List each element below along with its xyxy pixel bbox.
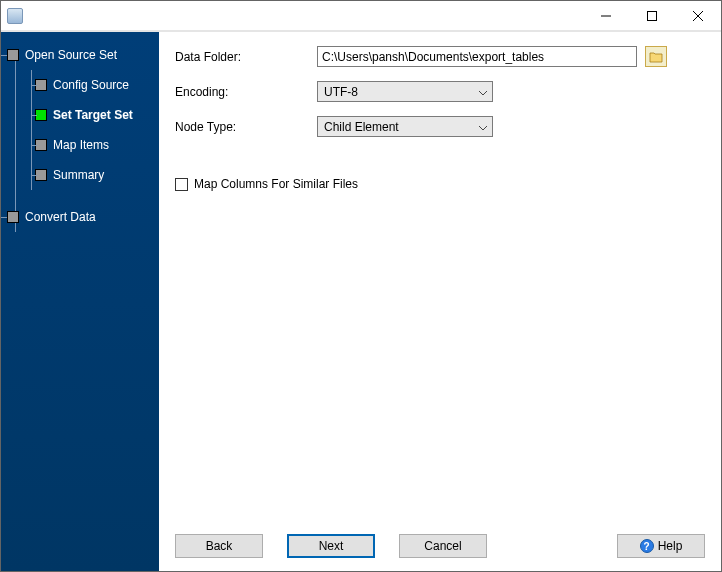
body: Open Source Set Config Source Set Target… (1, 31, 721, 571)
back-button[interactable]: Back (175, 534, 263, 558)
next-button[interactable]: Next (287, 534, 375, 558)
tree-node-label: Set Target Set (53, 108, 133, 122)
window-controls (583, 1, 721, 30)
row-node-type: Node Type: Child Element (175, 116, 705, 137)
cancel-button[interactable]: Cancel (399, 534, 487, 558)
help-button[interactable]: ? Help (617, 534, 705, 558)
app-icon (7, 8, 23, 24)
step-box-icon (7, 211, 19, 223)
map-columns-label: Map Columns For Similar Files (194, 177, 358, 191)
encoding-value: UTF-8 (324, 85, 358, 99)
tree-node-open-source-set[interactable]: Open Source Set (1, 40, 159, 70)
tree-node-label: Summary (53, 168, 104, 182)
data-folder-input[interactable] (317, 46, 637, 67)
sidebar: Open Source Set Config Source Set Target… (1, 32, 159, 571)
encoding-combo[interactable]: UTF-8 (317, 81, 493, 102)
row-map-columns: Map Columns For Similar Files (175, 177, 705, 191)
folder-icon (649, 51, 663, 63)
chevron-down-icon (478, 85, 488, 99)
main-panel: Data Folder: Encoding: UTF-8 (159, 32, 721, 571)
wizard-window: Open Source Set Config Source Set Target… (0, 0, 722, 572)
data-folder-label: Data Folder: (175, 50, 317, 64)
tree-node-map-items[interactable]: Map Items (1, 130, 159, 160)
node-type-label: Node Type: (175, 120, 317, 134)
node-type-combo[interactable]: Child Element (317, 116, 493, 137)
step-box-icon (7, 49, 19, 61)
button-bar: Back Next Cancel ? Help (175, 523, 705, 563)
close-button[interactable] (675, 1, 721, 31)
node-type-value: Child Element (324, 120, 399, 134)
tree-node-label: Map Items (53, 138, 109, 152)
row-encoding: Encoding: UTF-8 (175, 81, 705, 102)
chevron-down-icon (478, 120, 488, 134)
tree-node-convert-data[interactable]: Convert Data (1, 202, 159, 232)
tree-node-label: Open Source Set (25, 48, 117, 62)
tree-node-label: Config Source (53, 78, 129, 92)
wizard-tree: Open Source Set Config Source Set Target… (1, 40, 159, 232)
tree-node-label: Convert Data (25, 210, 96, 224)
map-columns-checkbox[interactable] (175, 178, 188, 191)
help-icon: ? (640, 539, 654, 553)
titlebar-left (1, 8, 29, 24)
row-data-folder: Data Folder: (175, 46, 705, 67)
svg-rect-0 (648, 12, 657, 21)
minimize-button[interactable] (583, 1, 629, 31)
encoding-label: Encoding: (175, 85, 317, 99)
browse-button[interactable] (645, 46, 667, 67)
tree-node-summary[interactable]: Summary (1, 160, 159, 190)
tree-node-config-source[interactable]: Config Source (1, 70, 159, 100)
titlebar (1, 1, 721, 31)
maximize-button[interactable] (629, 1, 675, 31)
tree-node-set-target-set[interactable]: Set Target Set (1, 100, 159, 130)
